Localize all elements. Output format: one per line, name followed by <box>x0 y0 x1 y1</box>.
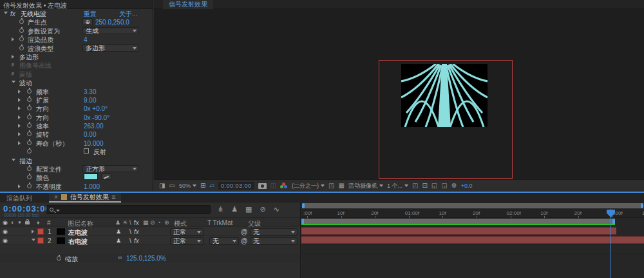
disclosure-triangle[interactable] <box>18 98 21 102</box>
monitor-icon[interactable]: ▭ <box>169 183 175 189</box>
trkmat-dropdown[interactable]: 无 <box>209 237 239 244</box>
label-color-swatch[interactable] <box>37 228 44 235</box>
disclosure-triangle[interactable] <box>18 132 21 136</box>
magnification-dropdown[interactable]: 50% <box>179 183 196 189</box>
time-navigator-bar[interactable] <box>302 203 643 208</box>
mini-flowchart-icon[interactable]: ⋔ <box>218 205 223 213</box>
stopwatch-icon[interactable] <box>19 37 24 41</box>
solo-column-icon[interactable]: ● <box>18 219 21 225</box>
shy-icon[interactable]: ♟ <box>116 237 121 244</box>
resolution-dropdown[interactable]: (二分之一) <box>292 182 325 190</box>
stopwatch-icon[interactable] <box>19 28 24 33</box>
panel-menu-icon[interactable]: ≡ <box>112 194 116 201</box>
snapshot-camera-icon[interactable] <box>258 183 267 189</box>
quality-icon[interactable]: \ <box>129 228 131 235</box>
property-value[interactable]: 0x -90.0° <box>84 114 109 122</box>
disclosure-triangle[interactable] <box>18 184 21 188</box>
number-column-header[interactable]: # <box>47 219 51 226</box>
video-column-icon[interactable]: ◉ <box>3 219 8 226</box>
pixel-aspect-icon[interactable]: ⊡ <box>422 183 427 189</box>
lock-column-icon[interactable] <box>25 221 30 224</box>
label-column-icon[interactable]: ♦ <box>37 219 40 226</box>
reset-link[interactable]: 重置 <box>84 10 97 18</box>
transparency-grid-icon[interactable]: ▦ <box>338 183 344 189</box>
property-value[interactable]: 1.000 <box>84 183 100 191</box>
motion-blur-icon[interactable]: ⊘ <box>260 205 266 213</box>
close-icon[interactable]: × <box>54 194 58 201</box>
stopwatch-icon[interactable] <box>19 46 24 50</box>
layer-name[interactable]: 右电波 <box>68 237 88 246</box>
property-dropdown[interactable]: 生成 <box>82 27 139 34</box>
timeline-comp-tab[interactable]: × 信号发射效果 ≡ <box>49 193 121 203</box>
stopwatch-icon[interactable] <box>27 184 32 188</box>
stopwatch-icon[interactable] <box>19 19 24 24</box>
property-value[interactable]: 10.000 <box>84 139 104 148</box>
composition-canvas[interactable] <box>154 10 644 179</box>
show-snapshot-icon[interactable]: ◫ <box>270 183 276 189</box>
property-value[interactable]: 0.00 <box>84 130 96 139</box>
layer-bar-1[interactable] <box>301 227 616 235</box>
disclosure-triangle[interactable] <box>18 141 21 145</box>
graph-editor-icon[interactable]: ∿ <box>274 205 279 213</box>
property-dropdown[interactable]: 多边形 <box>82 45 139 52</box>
property-value[interactable]: 3.30 <box>84 88 96 96</box>
disclosure-triangle[interactable] <box>18 115 21 119</box>
settings-gear-icon[interactable]: ⚙ <box>451 183 457 189</box>
stopwatch-icon[interactable] <box>57 256 61 261</box>
disclosure-triangle[interactable] <box>12 72 14 76</box>
property-value[interactable]: 0x +0.0° <box>84 104 108 113</box>
view-layout-dropdown[interactable]: 1 个... <box>387 182 408 190</box>
property-value[interactable]: 9.00 <box>84 96 96 104</box>
label-color-swatch[interactable] <box>37 237 44 244</box>
property-value[interactable]: 263.00 <box>84 122 104 130</box>
view-layout-icon[interactable]: ◰ <box>412 183 418 189</box>
eyedropper-icon[interactable] <box>101 174 111 180</box>
property-checkbox[interactable] <box>84 148 89 154</box>
color-swatch[interactable] <box>84 174 98 180</box>
visibility-eye-icon[interactable]: ◉ <box>3 228 8 235</box>
stopwatch-icon[interactable] <box>27 166 32 171</box>
mode-dropdown[interactable]: 正常 <box>170 228 204 235</box>
threed-switch-icon[interactable]: ⊕ <box>164 219 169 226</box>
trkmat-column-header[interactable]: T TrkMat <box>207 219 232 226</box>
stopwatch-icon[interactable] <box>27 115 32 119</box>
adjustment-switch-icon[interactable]: ◔ <box>157 219 160 226</box>
viewer-timecode[interactable]: 0:00:03:00 <box>218 182 254 190</box>
property-value[interactable]: 250.0,250.0 <box>95 18 129 26</box>
collapse-switch-icon[interactable]: ☀ <box>122 219 128 226</box>
property-dropdown[interactable]: 正方形 <box>82 165 139 172</box>
disclosure-triangle[interactable] <box>32 230 34 233</box>
show-channel-icon[interactable] <box>280 183 288 189</box>
disclosure-triangle[interactable] <box>18 124 21 128</box>
parent-pickwhip-icon[interactable]: @ <box>241 228 247 235</box>
fast-previews-icon[interactable]: ◱ <box>431 183 437 189</box>
stopwatch-icon[interactable] <box>27 106 32 110</box>
composition-tab[interactable]: 信号发射效果 <box>163 0 213 9</box>
visibility-eye-icon[interactable]: ◉ <box>3 237 8 244</box>
point-picker-button[interactable]: ⊕ <box>82 18 93 25</box>
stopwatch-icon[interactable] <box>27 123 32 128</box>
grid-guides-icon[interactable]: ⊞ <box>200 183 205 189</box>
disclosure-triangle[interactable] <box>32 239 35 241</box>
current-time-display[interactable]: 0:00:03:00 <box>3 204 51 213</box>
stopwatch-icon[interactable] <box>27 89 32 94</box>
scale-property-value[interactable]: 125.0,125.0% <box>126 255 166 262</box>
layer-row[interactable]: ◉2右电波♟\fx正常无@无 <box>0 236 300 245</box>
scale-property-label[interactable]: 缩放 <box>65 255 78 264</box>
fx-switch-icon[interactable]: fx <box>134 219 139 226</box>
shy-switch-icon[interactable]: ♟ <box>115 219 120 226</box>
stopwatch-icon[interactable] <box>27 97 32 102</box>
frame-blend-switch-icon[interactable]: ▦ <box>143 219 149 226</box>
mode-dropdown[interactable]: 正常 <box>170 237 204 244</box>
disclosure-triangle[interactable] <box>18 106 21 110</box>
layer-row[interactable]: ◉1左电波♟\fx正常@无 <box>0 227 300 236</box>
parent-dropdown[interactable]: 无 <box>250 237 298 244</box>
camera-view-dropdown[interactable]: 活动摄像机 <box>348 182 383 190</box>
stopwatch-icon[interactable] <box>27 132 32 136</box>
effect-disclosure-triangle[interactable] <box>4 12 8 14</box>
fx-icon[interactable]: fx <box>134 228 139 235</box>
disclosure-triangle[interactable] <box>12 55 14 59</box>
stopwatch-icon[interactable] <box>27 175 32 179</box>
quality-icon[interactable]: \ <box>129 237 131 244</box>
always-preview-icon[interactable]: ◨ <box>159 183 165 189</box>
